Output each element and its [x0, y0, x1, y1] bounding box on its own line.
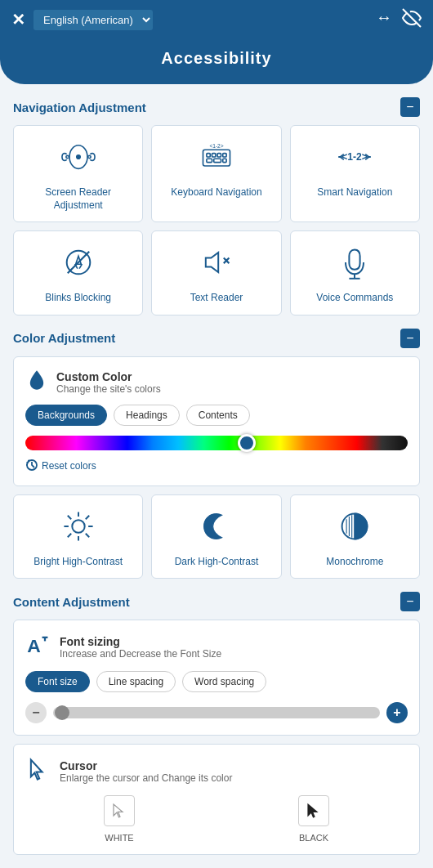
smart-nav-label: Smart Navigation — [317, 186, 392, 199]
smart-nav-card[interactable]: <1-2> Smart Navigation — [290, 125, 420, 222]
svg-text:A: A — [27, 636, 41, 657]
font-sizing-panel: A Font sizing Increase and Decrease the … — [13, 620, 420, 736]
cursor-options: WHITE BLACK — [25, 795, 408, 843]
tab-contents[interactable]: Contents — [186, 405, 250, 426]
color-slider[interactable] — [25, 436, 408, 450]
text-reader-card[interactable]: Text Reader — [151, 230, 281, 315]
cursor-black-opt[interactable] — [298, 795, 329, 826]
cursor-text: Cursor Enlarge the cursor and Change its… — [60, 759, 232, 784]
title-banner: Accessibility — [0, 39, 433, 84]
font-sizing-text: Font sizing Increase and Decrease the Fo… — [60, 635, 221, 660]
dark-high-contrast-icon — [199, 508, 234, 549]
reset-icon — [25, 459, 38, 474]
font-size-knob — [55, 705, 69, 720]
voice-commands-label: Voice Commands — [316, 292, 393, 305]
keyboard-nav-card[interactable]: <1-2> Keyboard Navigation — [151, 125, 281, 222]
expand-icon[interactable]: ↔ — [376, 8, 392, 32]
navigation-collapse-btn[interactable]: − — [400, 97, 420, 117]
font-sizing-subtitle: Increase and Decrease the Font Size — [60, 648, 221, 660]
svg-line-23 — [85, 534, 88, 537]
color-tab-group: Backgrounds Headings Contents — [25, 405, 408, 426]
cursor-header: Cursor Enlarge the cursor and Change its… — [25, 756, 408, 787]
bright-high-contrast-label: Bright High-Contrast — [33, 556, 123, 569]
content-collapse-btn[interactable]: − — [400, 592, 420, 611]
cursor-black-label: BLACK — [299, 833, 328, 843]
voice-commands-card[interactable]: Voice Commands — [290, 230, 420, 315]
top-bar-right: ↔ — [376, 8, 422, 32]
bright-high-contrast-card[interactable]: Bright High-Contrast — [13, 494, 143, 579]
dark-high-contrast-card[interactable]: Dark High-Contrast — [151, 494, 281, 579]
content-section: Content Adjustment − A Font sizing Incre… — [13, 592, 420, 855]
voice-commands-icon — [337, 244, 373, 285]
text-reader-label: Text Reader — [190, 292, 243, 305]
smart-nav-icon: <1-2> — [337, 139, 373, 180]
screen-reader-label: Screen ReaderAdjustment — [45, 186, 111, 212]
content-section-title: Content Adjustment — [13, 595, 130, 609]
svg-rect-3 — [203, 150, 230, 166]
monochrome-card[interactable]: Monochrome — [290, 494, 420, 579]
keyboard-nav-icon: <1-2> — [199, 139, 234, 180]
navigation-feature-grid: Screen ReaderAdjustment <1-2> — [13, 125, 420, 315]
tab-font-size[interactable]: Font size — [25, 671, 90, 692]
navigation-section-header: Navigation Adjustment − — [13, 97, 420, 117]
svg-line-24 — [85, 516, 88, 519]
tab-backgrounds[interactable]: Backgrounds — [25, 405, 107, 426]
svg-rect-5 — [212, 154, 215, 157]
font-sizing-title: Font sizing — [60, 635, 221, 648]
color-section-header: Color Adjustment − — [13, 329, 420, 348]
font-size-slider-control: − + — [25, 702, 408, 723]
water-drop-icon — [25, 369, 48, 396]
cursor-icon — [25, 756, 51, 787]
cursor-title: Cursor — [60, 759, 232, 772]
monochrome-label: Monochrome — [326, 556, 383, 569]
color-mode-grid: Bright High-Contrast Dark High-Contrast — [13, 494, 420, 579]
font-size-decrease-btn[interactable]: − — [25, 702, 47, 723]
blinks-blocking-icon — [60, 244, 96, 285]
font-sizing-header: A Font sizing Increase and Decrease the … — [25, 632, 408, 663]
custom-color-title: Custom Color — [56, 370, 161, 383]
font-sizing-icon: A — [25, 632, 51, 663]
custom-color-text: Custom Color Change the site's colors — [56, 370, 161, 395]
close-button[interactable]: ✕ — [11, 11, 25, 28]
bright-high-contrast-icon — [60, 508, 96, 549]
eye-icon[interactable] — [402, 8, 422, 32]
blinks-blocking-card[interactable]: Blinks Blocking — [13, 230, 143, 315]
language-select[interactable]: English (American) — [33, 10, 153, 30]
cursor-white-opt[interactable] — [104, 795, 135, 826]
page-title: Accessibility — [16, 49, 417, 68]
svg-rect-4 — [207, 154, 210, 157]
font-size-track[interactable] — [53, 707, 380, 718]
main-content: Navigation Adjustment − Screen — [0, 87, 433, 868]
cursor-white-label: WHITE — [105, 833, 133, 843]
tab-headings[interactable]: Headings — [114, 405, 180, 426]
cursor-subtitle: Enlarge the cursor and Change its color — [60, 772, 232, 784]
navigation-section-title: Navigation Adjustment — [13, 101, 146, 114]
reset-colors-btn[interactable]: Reset colors — [25, 459, 96, 474]
svg-rect-10 — [223, 159, 226, 162]
navigation-section: Navigation Adjustment − Screen — [13, 97, 420, 315]
custom-color-header: Custom Color Change the site's colors — [25, 369, 408, 396]
top-bar: ✕ English (American) ↔ — [0, 0, 433, 39]
screen-reader-icon — [60, 139, 96, 180]
keyboard-nav-label: Keyboard Navigation — [171, 186, 261, 199]
svg-text:<1-2>: <1-2> — [342, 151, 368, 163]
svg-rect-8 — [207, 159, 212, 162]
blinks-blocking-label: Blinks Blocking — [45, 292, 111, 305]
color-slider-container — [25, 436, 408, 450]
tab-line-spacing[interactable]: Line spacing — [96, 671, 176, 692]
screen-reader-card[interactable]: Screen ReaderAdjustment — [13, 125, 143, 222]
svg-line-25 — [67, 534, 70, 537]
svg-point-2 — [76, 155, 79, 159]
slider-thumb — [238, 434, 256, 452]
content-section-header: Content Adjustment − — [13, 592, 420, 611]
reset-colors-label: Reset colors — [42, 460, 96, 472]
svg-rect-6 — [217, 154, 221, 157]
svg-rect-9 — [214, 159, 221, 162]
color-collapse-btn[interactable]: − — [400, 329, 420, 348]
top-bar-left: ✕ English (American) — [11, 10, 153, 30]
tab-word-spacing[interactable]: Word spacing — [182, 671, 266, 692]
cursor-panel: Cursor Enlarge the cursor and Change its… — [13, 744, 420, 855]
font-size-tab-group: Font size Line spacing Word spacing — [25, 671, 408, 692]
font-size-increase-btn[interactable]: + — [386, 702, 408, 723]
svg-line-22 — [67, 516, 70, 519]
